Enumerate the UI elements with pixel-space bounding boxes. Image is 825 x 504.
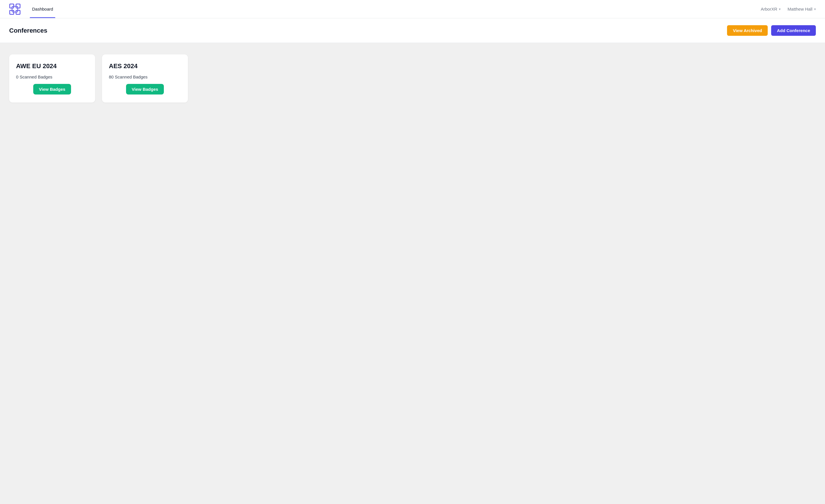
conference-badge-count: 0 Scanned Badges — [16, 74, 88, 79]
header-actions: View Archived Add Conference — [727, 25, 816, 36]
navbar-right: ArborXR ▾ Matthew Hall ▾ — [761, 7, 816, 11]
view-archived-button[interactable]: View Archived — [727, 25, 768, 36]
conference-card: AES 202480 Scanned BadgesView Badges — [102, 55, 188, 102]
main-content: AWE EU 20240 Scanned BadgesView BadgesAE… — [0, 43, 825, 504]
conference-grid: AWE EU 20240 Scanned BadgesView BadgesAE… — [9, 55, 816, 102]
conference-title: AES 2024 — [109, 63, 181, 70]
view-badges-button[interactable]: View Badges — [33, 84, 71, 94]
view-badges-button[interactable]: View Badges — [126, 84, 164, 94]
page-title: Conferences — [9, 27, 47, 34]
logo-icon — [9, 3, 21, 15]
svg-rect-4 — [12, 6, 18, 12]
org-chevron-icon: ▾ — [779, 7, 780, 11]
org-selector[interactable]: ArborXR ▾ — [761, 7, 781, 11]
conference-title: AWE EU 2024 — [16, 63, 88, 70]
conference-badge-count: 80 Scanned Badges — [109, 74, 181, 79]
nav-tab-dashboard[interactable]: Dashboard — [30, 0, 55, 18]
add-conference-button[interactable]: Add Conference — [771, 25, 816, 36]
logo[interactable] — [9, 3, 21, 15]
user-chevron-icon: ▾ — [814, 7, 816, 11]
page-header: Conferences View Archived Add Conference — [0, 18, 825, 43]
conference-card: AWE EU 20240 Scanned BadgesView Badges — [9, 55, 95, 102]
user-selector[interactable]: Matthew Hall ▾ — [788, 7, 816, 11]
nav-tabs: Dashboard — [30, 0, 761, 18]
navbar: Dashboard ArborXR ▾ Matthew Hall ▾ — [0, 0, 825, 18]
